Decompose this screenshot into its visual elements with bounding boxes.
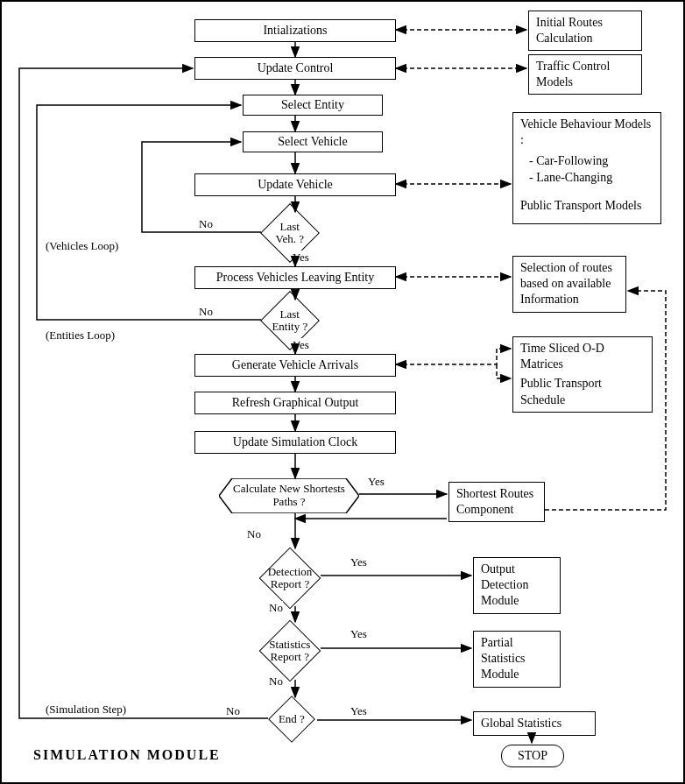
box-process-leaving: Process Vehicles Leaving Entity [194,266,396,289]
label-yes: Yes [350,627,367,641]
label-no: No [226,704,240,718]
box-update-clock: Update Simulation Clock [194,431,396,454]
label-yes: Yes [350,555,367,569]
box-stop: STOP [501,745,564,767]
decision-calc-paths: Calculate New Shortests Paths ? [219,478,359,513]
label-no: No [199,305,213,319]
decision-end: End ? [268,696,315,743]
label-no: No [247,527,261,541]
flowchart-canvas: Intializations Update Control Select Ent… [0,0,685,784]
label-yes: Yes [293,338,309,352]
box-select-entity: Select Entity [243,95,383,116]
title: SIMULATION MODULE [33,747,221,763]
box-update-vehicle: Update Vehicle [194,173,396,196]
label-no: No [269,675,283,689]
decision-last-vehicle: Last Veh. ? [260,203,320,263]
box-select-vehicle: Select Vehicle [243,131,383,152]
label-entities-loop: (Entities Loop) [46,328,115,343]
decision-detection-report: Detection Report ? [259,547,321,610]
note-shortest-routes: Shortest Routes Component [448,482,545,522]
note-vehicle-behaviour: Vehicle Behaviour Models : - Car-Followi… [512,112,661,224]
label-no: No [269,601,283,615]
note-traffic-models: Traffic Control Models [528,54,642,95]
note-initial-routes: Initial Routes Calculation [528,11,642,51]
note-partial-stats: Partial Statistics Module [473,631,561,688]
label-no: No [199,217,213,231]
note-output-detection: Output Detection Module [473,557,561,614]
label-yes: Yes [350,704,367,718]
box-gen-arrivals: Generate Vehicle Arrivals [194,354,396,377]
label-yes: Yes [368,475,385,489]
decision-last-entity: Last Entity ? [260,291,320,350]
label-yes: Yes [293,251,309,265]
box-initializations: Intializations [194,19,396,42]
note-route-selection: Selection of routes based on available I… [512,256,626,313]
note-global-stats: Global Statistics [473,711,596,736]
label-vehicles-loop: (Vehicles Loop) [46,239,118,253]
note-od-matrices: Time Sliced O-D Matrices Public Transpor… [512,336,653,413]
decision-statistics-report: Statistics Report ? [259,620,321,682]
box-refresh-gfx: Refresh Graphical Output [194,392,396,414]
box-update-control: Update Control [194,57,396,80]
label-sim-step: (Simulation Step) [46,703,126,717]
